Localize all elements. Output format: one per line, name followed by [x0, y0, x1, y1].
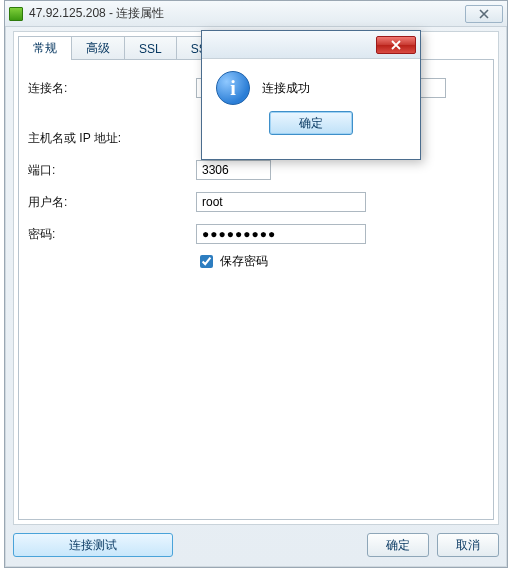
username-input[interactable] — [196, 192, 366, 212]
connection-name-label: 连接名: — [28, 80, 196, 97]
window-title: 47.92.125.208 - 连接属性 — [29, 5, 164, 22]
test-connection-button[interactable]: 连接测试 — [13, 533, 173, 557]
message-box-close-button[interactable] — [376, 36, 416, 54]
tab-label: SSL — [139, 42, 162, 56]
button-label: 确定 — [299, 115, 323, 132]
close-icon — [479, 9, 489, 19]
cancel-button[interactable]: 取消 — [437, 533, 499, 557]
info-icon: i — [216, 71, 250, 105]
footer: 连接测试 确定 取消 — [13, 531, 499, 559]
message-text: 连接成功 — [262, 80, 310, 97]
tab-label: 高级 — [86, 40, 110, 57]
ok-button[interactable]: 确定 — [367, 533, 429, 557]
tab-advanced[interactable]: 高级 — [71, 36, 125, 60]
window-close-button[interactable] — [465, 5, 503, 23]
save-password-label: 保存密码 — [220, 253, 268, 270]
password-input[interactable] — [196, 224, 366, 244]
password-label: 密码: — [28, 226, 196, 243]
message-box-ok-button[interactable]: 确定 — [269, 111, 353, 135]
port-input[interactable] — [196, 160, 271, 180]
host-label: 主机名或 IP 地址: — [28, 130, 196, 147]
save-password-checkbox[interactable] — [200, 255, 213, 268]
button-label: 确定 — [386, 537, 410, 554]
message-box-body: i 连接成功 — [202, 59, 420, 111]
tab-general[interactable]: 常规 — [18, 36, 72, 60]
port-label: 端口: — [28, 162, 196, 179]
titlebar: 47.92.125.208 - 连接属性 — [5, 1, 507, 27]
button-label: 连接测试 — [69, 537, 117, 554]
button-label: 取消 — [456, 537, 480, 554]
app-icon — [9, 7, 23, 21]
close-icon — [391, 40, 401, 50]
message-box-titlebar — [202, 31, 420, 59]
username-label: 用户名: — [28, 194, 196, 211]
message-box-footer: 确定 — [202, 111, 420, 145]
message-box: i 连接成功 确定 — [201, 30, 421, 160]
tab-label: 常规 — [33, 40, 57, 57]
tab-ssl[interactable]: SSL — [124, 36, 177, 60]
